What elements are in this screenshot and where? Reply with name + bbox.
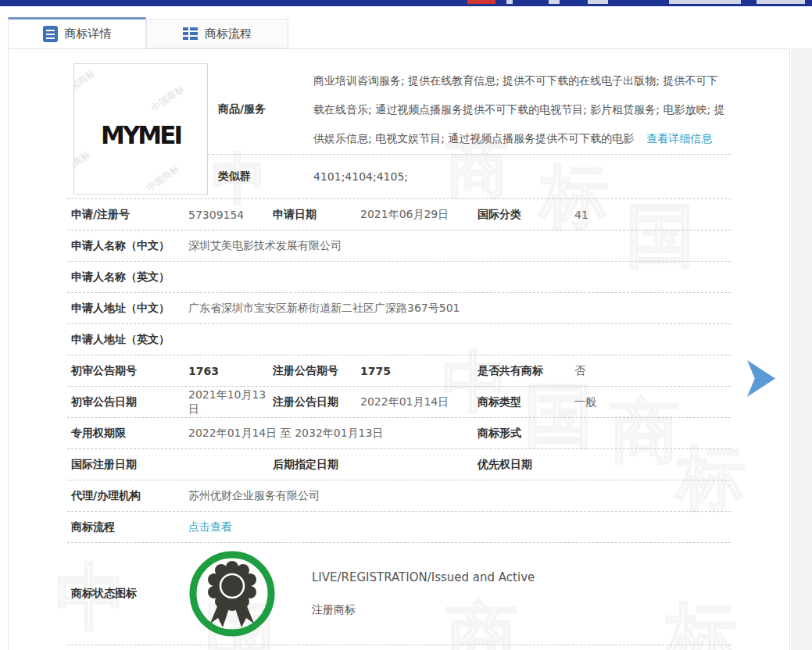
field-value: 广东省深圳市宝安区新桥街道新二社区广深路367号501 <box>188 302 731 316</box>
tab-trademark-process[interactable]: 商标流程 <box>146 19 288 48</box>
logo-watermark: 中国商标 <box>144 162 182 195</box>
tab-label: 商标流程 <box>205 27 252 41</box>
similar-group-value: 4101;4104;4105; <box>313 170 408 183</box>
tab-label: 商标详情 <box>65 27 112 41</box>
tab-bar: 商标详情 商标流程 <box>8 17 288 48</box>
topbar-clipped-text <box>549 0 560 4</box>
table-row: 代理/办理机构 苏州优财企业服务有限公司 <box>67 480 731 512</box>
field-label: 申请人地址（中文） <box>71 302 188 316</box>
trademark-logo-text: MYMEI <box>74 120 207 149</box>
field-label: 是否共有商标 <box>478 364 574 378</box>
field-value: 2021年06月29日 <box>360 208 478 222</box>
field-value: 一般 <box>574 395 731 409</box>
top-navigation-bar-clipped <box>0 0 812 6</box>
field-value: 57309154 <box>188 209 273 221</box>
click-to-view-link[interactable]: 点击查看 <box>188 520 232 533</box>
field-label: 申请人名称（英文） <box>71 270 188 284</box>
topbar-clipped-text <box>506 0 513 4</box>
field-label: 注册公告日期 <box>273 395 360 409</box>
field-value: 否 <box>574 364 731 378</box>
field-label: 专用权期限 <box>71 427 188 441</box>
field-label: 国际分类 <box>478 208 574 222</box>
topbar-clipped-text <box>757 0 805 4</box>
tab-trademark-details[interactable]: 商标详情 <box>8 17 146 48</box>
topbar-clipped-red-text <box>467 0 495 4</box>
field-label: 商标状态图标 <box>71 587 188 601</box>
registered-status-badge-icon <box>188 550 276 638</box>
field-label: 初审公告日期 <box>71 395 188 409</box>
table-row: 申请/注册号 57309154 申请日期 2021年06月29日 国际分类 41 <box>67 199 731 230</box>
field-label: 商标形式 <box>478 427 574 441</box>
similar-group-label: 类似群 <box>208 170 313 184</box>
list-grid-icon <box>183 27 198 41</box>
field-label: 国际注册日期 <box>71 458 188 472</box>
goods-services-value: 商业培训咨询服务; 提供在线教育信息; 提供不可下载的在线电子出版物; 提供不可… <box>313 65 728 154</box>
table-row: 申请人地址（英文） <box>67 324 731 355</box>
field-label: 优先权日期 <box>478 458 574 472</box>
field-label: 商标流程 <box>71 520 188 534</box>
status-text-english: LIVE/REGISTRATION/Issued and Active <box>312 570 535 584</box>
trademark-logo-image: 中国商标 中国商标 中国商标 中国商标 MYMEI <box>73 63 208 195</box>
table-row: 国际注册日期 后期指定日期 优先权日期 <box>67 449 731 480</box>
field-value: 2022年01月14日 至 2032年01月13日 <box>188 427 478 441</box>
logo-and-goods-section: 中国商标 中国商标 中国商标 中国商标 MYMEI 商品/服务 商业培训咨询服务… <box>67 49 731 199</box>
document-lines-icon <box>43 26 58 42</box>
field-label: 初审公告期号 <box>71 364 188 378</box>
table-row: 申请人地址（中文） 广东省深圳市宝安区新桥街道新二社区广深路367号501 <box>67 293 731 324</box>
table-row: 商标流程 点击查看 <box>67 512 731 543</box>
field-label: 申请日期 <box>273 208 360 222</box>
trademark-detail-page: 商标详情 商标流程 中 商 标 国 中 国 商 标 中 国 商 标 中国商标 <box>0 0 812 650</box>
field-label: 代理/办理机构 <box>71 489 188 503</box>
field-value: 1775 <box>360 365 478 377</box>
table-row: 初审公告日期 2021年10月13日 注册公告日期 2022年01月14日 商标… <box>67 387 731 418</box>
field-label: 注册公告期号 <box>273 364 360 378</box>
field-value: 41 <box>574 209 731 221</box>
table-row: 初审公告期号 1763 注册公告期号 1775 是否共有商标 否 <box>67 355 731 387</box>
goods-services-row: 商品/服务 商业培训咨询服务; 提供在线教育信息; 提供不可下载的在线电子出版物… <box>208 63 731 155</box>
right-gutter <box>791 48 812 650</box>
field-label: 申请人名称（中文） <box>71 239 188 253</box>
field-label: 申请人地址（英文） <box>71 333 188 347</box>
logo-watermark: 中国商标 <box>73 67 98 99</box>
logo-watermark: 中国商标 <box>148 83 187 115</box>
goods-services-label: 商品/服务 <box>208 65 313 154</box>
field-value: 1763 <box>188 365 273 377</box>
field-value: 深圳艾美电影技术发展有限公司 <box>188 239 731 253</box>
field-label: 后期指定日期 <box>273 458 360 472</box>
table-row: 专用权期限 2022年01月14日 至 2032年01月13日 商标形式 <box>67 418 731 449</box>
trademark-status-row: 商标状态图标 LIVE/REGISTRATION/Iss <box>67 543 731 645</box>
topbar-clipped-text <box>669 0 741 4</box>
topbar-clipped-text <box>588 0 608 4</box>
view-details-link[interactable]: 查看详细信息 <box>646 132 712 145</box>
table-row: 申请人名称（中文） 深圳艾美电影技术发展有限公司 <box>67 230 731 262</box>
field-label: 申请/注册号 <box>71 208 188 222</box>
field-value: 苏州优财企业服务有限公司 <box>188 489 731 503</box>
status-text-chinese: 注册商标 <box>312 603 535 617</box>
trademark-detail-card: 中 商 标 国 中 国 商 标 中 国 商 标 中国商标 中国商标 中国商标 中… <box>8 48 790 650</box>
field-label: 商标类型 <box>478 395 574 409</box>
field-value: 2022年01月14日 <box>360 395 478 409</box>
similar-group-row: 类似群 4101;4104;4105; <box>208 155 731 198</box>
logo-watermark: 中国商标 <box>73 148 94 180</box>
field-value: 2021年10月13日 <box>188 388 273 416</box>
table-row: 申请人名称（英文） <box>67 262 731 293</box>
